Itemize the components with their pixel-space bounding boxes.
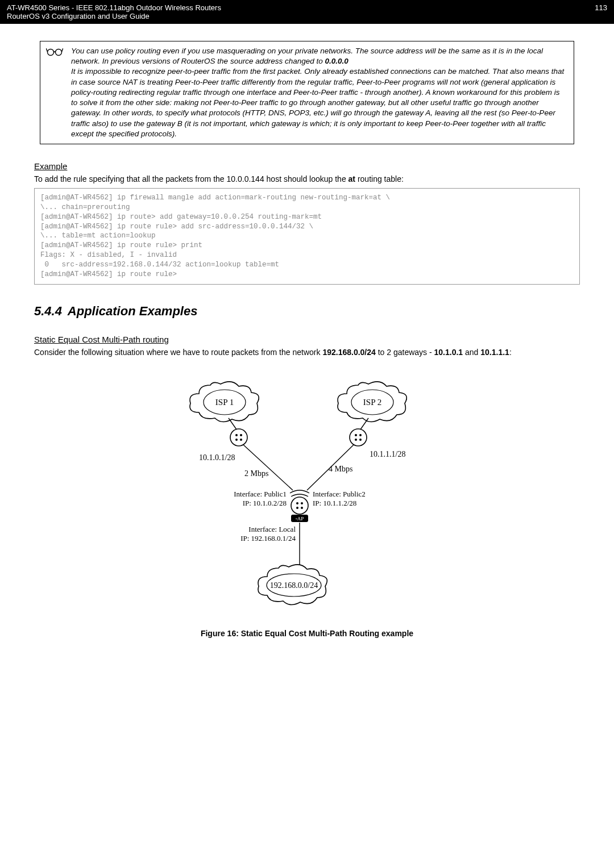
svg-point-22 xyxy=(301,507,303,509)
svg-line-16 xyxy=(243,445,293,490)
example-lead-bold: at xyxy=(349,174,355,183)
right-net-label: 10.1.1.1/28 xyxy=(370,450,405,458)
example-lead: To add the rule specifying that all the … xyxy=(34,174,580,183)
header-title-line2: RouterOS v3 Configuration and User Guide xyxy=(7,12,221,20)
svg-point-19 xyxy=(296,502,298,504)
page-header: AT-WR4500 Series - IEEE 802.11abgh Outdo… xyxy=(0,0,614,24)
chapter-title: Application Examples xyxy=(68,304,198,318)
connector-icon xyxy=(230,429,247,446)
svg-point-11 xyxy=(359,434,362,436)
if-pub2-name: Interface: Public2 xyxy=(313,490,366,498)
example-lead-b: routing table: xyxy=(355,174,404,183)
static-routing-heading: Static Equal Cost Multi-Path routing xyxy=(34,335,580,344)
note-ip: 0.0.0.0 xyxy=(325,57,349,65)
if-local-name: Interface: Local xyxy=(248,525,296,533)
lan-net-label: 192.168.0.0/24 xyxy=(270,581,318,590)
static-lead-d: : xyxy=(509,348,512,357)
connector-icon xyxy=(350,429,367,446)
note-part1: You can use policy routing even if you u… xyxy=(71,47,543,65)
note-text: You can use policy routing even if you u… xyxy=(69,41,574,144)
svg-point-8 xyxy=(240,439,242,441)
left-bw-label: 2 Mbps xyxy=(244,469,268,478)
ap-badge: ◦AP xyxy=(296,516,304,521)
network-diagram: ISP 1 ISP 2 xyxy=(34,368,580,614)
svg-point-10 xyxy=(355,434,357,436)
static-lead-a: Consider the following situation where w… xyxy=(34,348,322,357)
isp1-cloud: ISP 1 xyxy=(190,382,259,422)
right-bw-label: 4 Mbps xyxy=(329,465,352,473)
svg-point-20 xyxy=(301,502,303,504)
if-local-ip: IP: 192.168.0.1/24 xyxy=(240,534,296,542)
isp2-label: ISP 2 xyxy=(363,398,381,407)
svg-point-1 xyxy=(56,49,62,56)
static-gw1: 10.1.0.1 xyxy=(434,348,463,357)
svg-point-12 xyxy=(355,439,357,441)
chapter-number: 5.4.4 xyxy=(34,304,62,318)
example-lead-a: To add the rule specifying that all the … xyxy=(34,174,349,183)
chapter-heading: 5.4.4 Application Examples xyxy=(34,304,580,319)
svg-point-18 xyxy=(291,497,308,514)
figure-caption: Figure 16: Static Equal Cost Multi-Path … xyxy=(34,629,580,638)
lan-cloud: 192.168.0.0/24 xyxy=(258,565,327,605)
isp2-cloud: ISP 2 xyxy=(338,382,406,422)
if-pub1-name: Interface: Public1 xyxy=(234,490,287,498)
router-icon: ◦AP xyxy=(290,490,309,522)
note-box: You can use policy routing even if you u… xyxy=(40,41,574,144)
if-pub1-ip: IP: 10.1.0.2/28 xyxy=(243,499,287,507)
svg-point-7 xyxy=(235,439,238,441)
static-lead-c: and xyxy=(463,348,480,357)
svg-point-0 xyxy=(48,49,54,56)
example-heading: Example xyxy=(34,161,580,171)
glasses-icon xyxy=(40,41,69,144)
svg-point-6 xyxy=(240,434,242,436)
svg-point-5 xyxy=(235,434,238,436)
svg-point-4 xyxy=(230,429,247,446)
isp1-label: ISP 1 xyxy=(215,398,234,407)
example-code: [admin@AT-WR4562] ip firewall mangle add… xyxy=(34,188,580,285)
note-part2: It is impossible to recognize peer-to-pe… xyxy=(71,67,564,137)
page-number: 113 xyxy=(595,3,607,20)
static-routing-lead: Consider the following situation where w… xyxy=(34,348,580,357)
svg-point-13 xyxy=(359,439,362,441)
static-net: 192.168.0.0/24 xyxy=(322,348,375,357)
left-net-label: 10.1.0.1/28 xyxy=(199,453,235,462)
header-left: AT-WR4500 Series - IEEE 802.11abgh Outdo… xyxy=(7,3,221,20)
static-lead-b: to 2 gateways - xyxy=(376,348,434,357)
static-gw2: 10.1.1.1 xyxy=(480,348,509,357)
header-title-line1: AT-WR4500 Series - IEEE 802.11abgh Outdo… xyxy=(7,3,221,12)
if-pub2-ip: IP: 10.1.1.2/28 xyxy=(313,499,356,507)
svg-point-21 xyxy=(296,507,298,509)
svg-point-9 xyxy=(350,429,367,446)
